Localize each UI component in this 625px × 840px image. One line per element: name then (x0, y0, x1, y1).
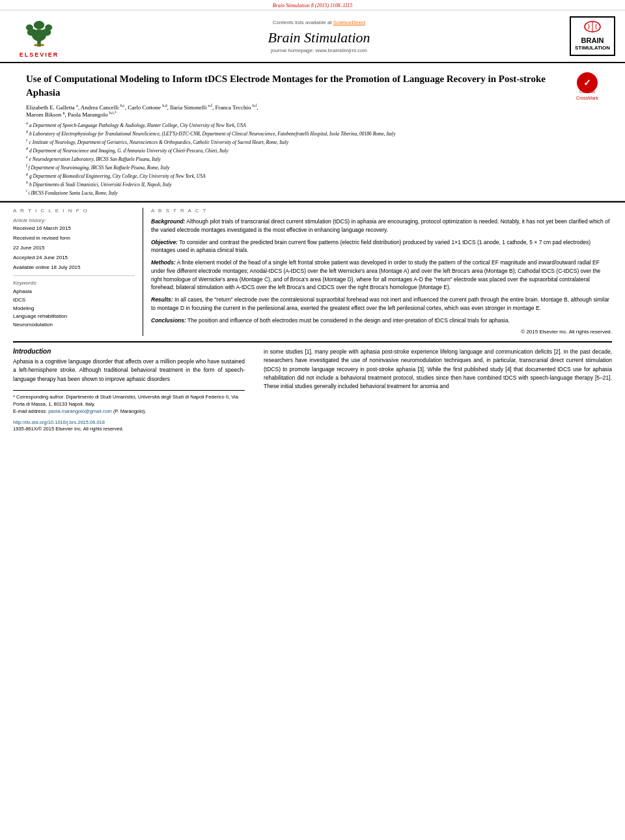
article-title: Use of Computational Modeling to Inform … (26, 72, 569, 100)
email-label: E-mail address: (13, 408, 47, 414)
accepted-date: Accepted 24 June 2015 (13, 255, 135, 260)
methods-label: Methods: (151, 259, 176, 266)
svg-text:✓: ✓ (583, 77, 591, 88)
available-online: Available online 18 July 2015 (13, 264, 135, 270)
keyword-language-rehab: Language rehabilitation (13, 313, 135, 321)
affiliations: a a Department of Speech-Language Pathol… (26, 120, 569, 197)
objective-text: To consider and contrast the predicted b… (151, 239, 590, 254)
page-wrapper: Brain Stimulation 8 (2015) 1108–1115 (0, 0, 625, 432)
affiliation-f: f f Department of Neuroimaging, IRCSS Sa… (26, 163, 569, 171)
sciencedirect-line: Contents lists available at ScienceDirec… (273, 20, 365, 25)
article-abstract-section: A R T I C L E I N F O Article history: R… (0, 201, 625, 336)
introduction-section: Introduction Aphasia is a cognitive lang… (0, 343, 625, 431)
email-person: (P. Marangolo). (113, 408, 146, 414)
brain-icon (583, 20, 602, 33)
revised-date: 22 June 2015 (13, 245, 135, 251)
keywords-section: Keywords: Aphasia tDCS Modeling Language… (13, 275, 135, 329)
journal-title: Brain Stimulation (268, 29, 370, 46)
abstract-methods: Methods: A finite element model of the h… (151, 259, 612, 292)
background-text: Although pilot trials of transcranial di… (151, 218, 609, 233)
history-label: Article history: (13, 217, 135, 223)
author-galletta: Elizabeth E. Galletta a, Andrea Cancelli… (26, 104, 258, 111)
abstract-results: Results: In all cases, the "return" elec… (151, 296, 612, 313)
affiliation-g: g g Department of Biomedical Engineering… (26, 171, 569, 180)
doi-line[interactable]: http://dx.doi.org/10.1016/j.brs.2015.06.… (13, 419, 245, 425)
conclusions-label: Conclusions: (151, 317, 186, 324)
article-info-column: A R T I C L E I N F O Article history: R… (13, 208, 143, 336)
email-address[interactable]: paola.marangolo@gmail.com (48, 408, 112, 414)
elsevier-logo: ELSEVIER (20, 14, 59, 58)
abstract-body: Background: Although pilot trials of tra… (151, 217, 612, 336)
journal-citation: Brain Stimulation 8 (2015) 1108–1115 (273, 3, 353, 8)
svg-point-5 (45, 25, 52, 31)
elsevier-text: ELSEVIER (20, 51, 59, 58)
background-label: Background: (151, 218, 185, 225)
keyword-modeling: Modeling (13, 305, 135, 313)
journal-header-center: Contents lists available at ScienceDirec… (77, 14, 561, 58)
affiliation-d: d d Department of Neuroscience and Imagi… (26, 146, 569, 154)
affiliation-b: b b Laboratory of Electrophysiology for … (26, 129, 569, 137)
badge-brain: BRAIN (575, 36, 610, 45)
svg-text:CrossMark: CrossMark (579, 90, 596, 94)
abstract-column: A B S T R A C T Background: Although pil… (143, 208, 612, 336)
abstract-conclusions: Conclusions: The position and influence … (151, 316, 612, 325)
copyright-line: © 2015 Elsevier Inc. All rights reserved… (151, 328, 612, 336)
contents-available-text: Contents lists available at (273, 20, 332, 25)
introduction-heading: Introduction (13, 348, 245, 355)
footnote-section: * Corresponding author. Dipartimento di … (13, 390, 245, 415)
keywords-list: Aphasia tDCS Modeling Language rehabilit… (13, 288, 135, 329)
issn-line: 1935-861X/© 2015 Elsevier Inc. All right… (13, 426, 245, 432)
brain-stim-badge: BRAIN STIMULATION (570, 16, 615, 55)
journal-header: ELSEVIER Contents lists available at Sci… (0, 10, 625, 63)
intro-right-column: in some studies [1], many people with ap… (254, 348, 612, 431)
intro-left-column: Introduction Aphasia is a cognitive lang… (13, 348, 254, 431)
article-title-section: Use of Computational Modeling to Inform … (0, 63, 625, 201)
objective-label: Objective: (151, 239, 178, 245)
article-info-heading: A R T I C L E I N F O (13, 208, 135, 214)
svg-point-4 (26, 25, 33, 31)
journal-badge-area: BRAIN STIMULATION (566, 14, 618, 58)
abstract-background: Background: Although pilot trials of tra… (151, 217, 612, 234)
conclusions-text: The position and influence of both elect… (188, 317, 510, 324)
keywords-label: Keywords: (13, 280, 135, 286)
affiliation-c: c c Institute of Neurology, Department o… (26, 137, 569, 146)
affiliation-e: e e Neurodegeneration Laboratory, IRCSS … (26, 154, 569, 163)
author-bikson-marangolo: Marom Bikson g, Paola Marangolo h,i,* (26, 111, 117, 118)
elsevier-logo-area: ELSEVIER (7, 14, 72, 58)
authors-line: Elizabeth E. Galletta a, Andrea Cancelli… (26, 104, 569, 118)
revised-form-label: Received in revised form (13, 235, 135, 241)
results-label: Results: (151, 296, 173, 303)
crossmark-icon: ✓ CrossMark (576, 71, 599, 94)
results-text: In all cases, the "return" electrode ove… (151, 296, 609, 311)
abstract-heading: A B S T R A C T (151, 208, 612, 214)
affiliation-h: h h Dipartimento di Studi Umanistici, Un… (26, 180, 569, 188)
elsevier-tree-icon (20, 14, 59, 50)
badge-stimulation: STIMULATION (575, 45, 610, 51)
keyword-neuromodulation: Neuromodulation (13, 321, 135, 329)
abstract-objective: Objective: To consider and contrast the … (151, 238, 612, 255)
journal-homepage: journal homepage: www.brainstimjrnl.com (271, 48, 367, 53)
sciencedirect-link[interactable]: ScienceDirect (333, 20, 365, 25)
svg-rect-7 (35, 44, 44, 46)
keyword-tdcs: tDCS (13, 296, 135, 305)
affiliation-i: i i IRCSS Fondazione Santa Lucia, Rome, … (26, 188, 569, 197)
top-bar: Brain Stimulation 8 (2015) 1108–1115 (0, 0, 625, 10)
methods-text: A finite element model of the head of a … (151, 259, 600, 290)
affiliation-a: a a Department of Speech-Language Pathol… (26, 120, 569, 129)
intro-left-text: Aphasia is a cognitive language disorder… (13, 357, 245, 384)
keyword-aphasia: Aphasia (13, 288, 135, 296)
crossmark: ✓ CrossMark CrossMark (576, 71, 599, 100)
footnote-email: E-mail address: paola.marangolo@gmail.co… (13, 408, 245, 415)
intro-right-text: in some studies [1], many people with ap… (264, 348, 612, 391)
svg-point-6 (34, 21, 45, 29)
footnote-star: * Corresponding author. Dipartimento di … (13, 393, 245, 408)
received-date: Received 16 March 2015 (13, 225, 135, 231)
